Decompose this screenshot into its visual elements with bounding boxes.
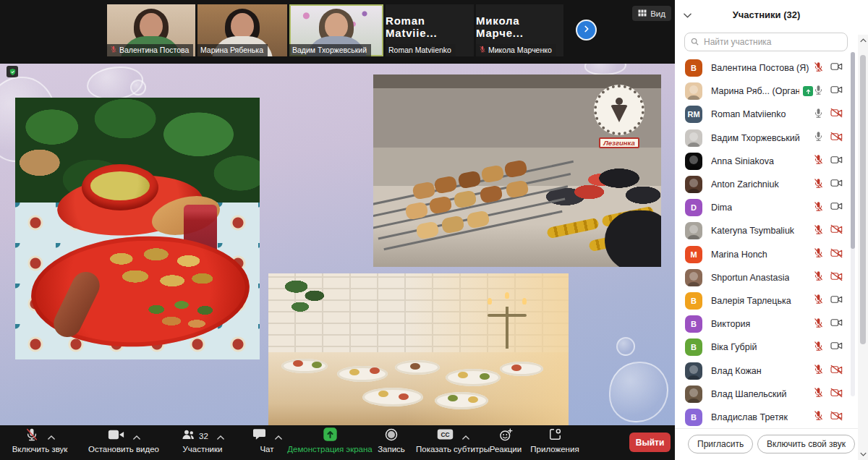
- svg-text:CC: CC: [441, 431, 449, 438]
- decor-bubble: [609, 362, 668, 422]
- toolbar-apps-button[interactable]: Приложения: [524, 427, 586, 453]
- unmute-self-button[interactable]: Включить свой звук: [757, 435, 855, 453]
- view-button[interactable]: Вид: [632, 6, 671, 21]
- photo-soup: [90, 171, 150, 200]
- participant-row[interactable]: ВВалентина Постова (Я): [675, 56, 858, 80]
- window-scrollbar[interactable]: [858, 35, 868, 460]
- participant-row[interactable]: Anton Zarichniuk: [675, 173, 858, 196]
- participants-panel: Участники (32) ВВалентина Постова (Я)Мар…: [675, 0, 868, 460]
- participant-row[interactable]: RMRoman Matviienko: [675, 103, 858, 126]
- participant-name: Влад Шапельский: [711, 389, 787, 399]
- participant-row[interactable]: Влад Кожан: [675, 359, 858, 382]
- scroll-up-icon[interactable]: [858, 35, 868, 46]
- tile-name-label: Вадим Тхоржевський: [289, 44, 371, 56]
- next-videos-button[interactable]: [576, 20, 597, 41]
- video-tile[interactable]: Валентина Постова: [107, 4, 195, 56]
- participant-row[interactable]: ВВиктория: [675, 312, 858, 336]
- window-scrollbar-thumb[interactable]: [860, 55, 866, 344]
- share-screen-icon: [323, 427, 338, 445]
- toolbar-participants-button[interactable]: 32Участники: [169, 427, 236, 453]
- participant-name: Shportun Anastasia: [711, 273, 789, 283]
- participant-name: Марина Ряб... (Организатор): [711, 86, 799, 96]
- invite-button[interactable]: Пригласить: [688, 435, 753, 453]
- toolbar-item-label: Приложения: [524, 445, 586, 453]
- participant-row[interactable]: MMarina Honch: [675, 243, 858, 266]
- participant-row[interactable]: Anna Siniakova: [675, 150, 858, 173]
- participant-name: Anton Zarichniuk: [711, 179, 779, 189]
- participant-name: Kateryna Tsymbaliuk: [711, 226, 794, 236]
- video-tile[interactable]: Вадим Тхоржевський: [289, 4, 383, 56]
- captions-icon: CC: [437, 428, 454, 443]
- participant-row[interactable]: Shportun Anastasia: [675, 266, 858, 289]
- participant-av-status: [813, 410, 858, 424]
- participant-row[interactable]: Kateryna Tsymbaliuk: [675, 219, 858, 242]
- photo-shashlik-grill: Лезгинка: [373, 74, 661, 267]
- participant-row[interactable]: Вадим Тхоржевський: [675, 127, 858, 150]
- mic-off-icon: [813, 61, 824, 75]
- list-scrollbar-thumb[interactable]: [851, 52, 855, 249]
- photo-candelabra: [488, 298, 527, 349]
- shield-check-icon: [7, 66, 18, 77]
- toolbar-reactions-button[interactable]: Реакции: [482, 427, 529, 453]
- mic-off-icon: [813, 387, 824, 401]
- restaurant-logo: Лезгинка: [589, 85, 650, 148]
- participant-row[interactable]: Влад Шапельский: [675, 383, 858, 406]
- chevron-up-icon[interactable]: [462, 430, 469, 443]
- leave-meeting-button[interactable]: Выйти: [629, 433, 671, 452]
- participant-name: Marina Honch: [711, 250, 767, 260]
- mic-off-icon: [813, 271, 824, 284]
- participant-photo-avatar: [685, 222, 702, 239]
- chevron-up-icon[interactable]: [275, 430, 282, 443]
- logo-text: Лезгинка: [599, 137, 639, 148]
- participant-letter-avatar: D: [685, 199, 702, 216]
- participants-list: ВВалентина Постова (Я)Марина Ряб... (Орг…: [675, 56, 858, 428]
- mic-off-icon: [813, 341, 824, 354]
- participant-search: [684, 33, 848, 51]
- scroll-down-icon[interactable]: [858, 448, 868, 460]
- tile-name-label: Микола Марченко: [476, 44, 556, 56]
- mic-off-icon: [479, 46, 486, 54]
- video-tile[interactable]: Микола Марче...Микола Марченко: [476, 4, 563, 56]
- camera-icon: [830, 318, 843, 331]
- apps-icon: [548, 427, 562, 444]
- participant-letter-avatar: В: [685, 59, 702, 77]
- participant-row[interactable]: ВВіка Губрій: [675, 336, 858, 359]
- search-input[interactable]: [684, 33, 848, 51]
- decor-bubble: [584, 64, 626, 75]
- photo-buffet-table: [268, 273, 569, 425]
- video-tile[interactable]: Марина Рябенька: [197, 4, 287, 56]
- participant-name: Roman Matviienko: [711, 109, 786, 119]
- video-tile[interactable]: Roman Matviie...Roman Matviienko: [386, 4, 474, 56]
- toolbar-camera-button[interactable]: Остановить видео: [77, 427, 171, 453]
- toolbar-record-button[interactable]: Запись: [370, 427, 412, 453]
- participant-row[interactable]: ВВладислав Третяк: [675, 406, 858, 428]
- toolbar-item-label: Включить звук: [3, 445, 77, 453]
- toolbar-mic-off-button[interactable]: Включить звук: [3, 427, 77, 453]
- camera-icon: [830, 178, 843, 191]
- photo-dinner-plate: [15, 98, 260, 359]
- chevron-up-icon[interactable]: [48, 430, 55, 443]
- participant-photo-avatar: [685, 269, 702, 286]
- participant-row[interactable]: ВВалерія Тарлецька: [675, 289, 858, 312]
- participant-row[interactable]: DDima: [675, 196, 858, 219]
- screen-share-badge-icon: [803, 86, 813, 96]
- participants-footer: Пригласить Включить свой звук: [675, 428, 858, 460]
- chevron-up-icon[interactable]: [217, 430, 224, 443]
- participant-name: Anna Siniakova: [711, 156, 774, 166]
- tile-name-label: Roman Matviienko: [386, 44, 456, 56]
- search-icon: [690, 37, 699, 46]
- mic-off-icon: [813, 154, 824, 168]
- zoom-meeting-window: Валентина ПостоваМарина РябенькаВадим Тх…: [0, 0, 868, 460]
- mic-off-icon: [110, 46, 117, 54]
- camera-icon: [830, 341, 843, 354]
- camera-off-icon: [830, 108, 843, 121]
- chevron-up-icon[interactable]: [133, 430, 140, 443]
- chat-icon: [252, 428, 266, 443]
- photo-salad: [140, 291, 224, 336]
- tile-name-label: Валентина Постова: [107, 44, 193, 56]
- participant-row[interactable]: Марина Ряб... (Организатор): [675, 80, 858, 103]
- camera-icon: [830, 155, 843, 168]
- toolbar-item-label: Реакции: [482, 445, 529, 453]
- mic-off-icon: [813, 410, 824, 424]
- toolbar-share-screen-button[interactable]: Демонстрация экрана: [286, 427, 373, 453]
